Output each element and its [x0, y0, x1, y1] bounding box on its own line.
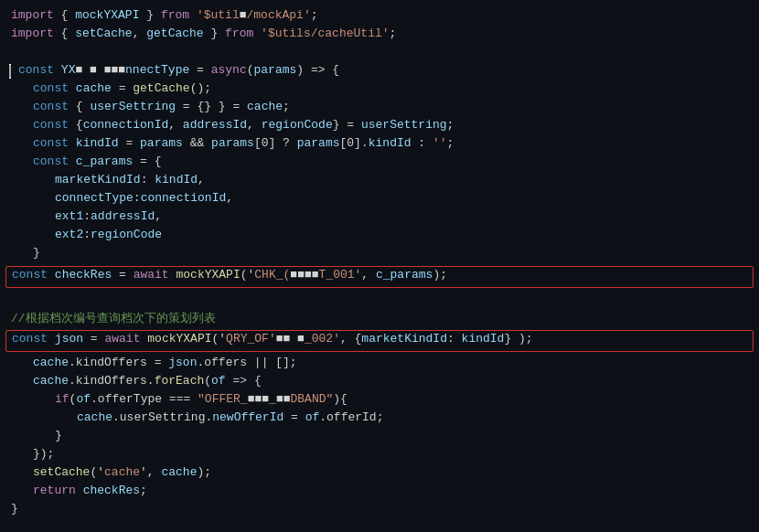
token: '' [433, 136, 447, 150]
token: of [305, 410, 320, 424]
token: => { [226, 374, 262, 388]
token: (); [190, 81, 211, 95]
token: from [161, 8, 189, 22]
token: mockYXAPI [75, 8, 139, 22]
token: ; [447, 118, 454, 132]
token: .offerId; [319, 410, 383, 424]
token: YX [61, 63, 76, 77]
token: , [155, 209, 162, 223]
code-editor: import { mockYXAPI } from '$util■/mockAp… [0, 0, 759, 532]
code-line-9: const c_params = { [0, 154, 759, 172]
token: await [134, 268, 169, 282]
token: = { [133, 154, 161, 168]
code-line-23: } [0, 428, 759, 446]
token [189, 8, 197, 22]
token [76, 484, 83, 497]
token: } [55, 429, 62, 442]
token: ){ [333, 392, 347, 406]
token: kindId [462, 332, 505, 346]
code-line-2: import { setCache , getCache } from '$ut… [0, 26, 759, 44]
token: ); [197, 465, 211, 479]
token: connectType [55, 191, 134, 205]
token: "OFFER_ [198, 392, 248, 406]
token: : [83, 228, 91, 241]
code-line-10: marketKindId : kindId , [0, 172, 759, 190]
token: nnectType [125, 63, 189, 77]
token: const [33, 81, 69, 95]
token: forEach [155, 374, 205, 388]
code-line-4: const YX■ ■ ■■■ nnectType = async ( para… [0, 62, 759, 80]
token: .kindOffers. [69, 374, 155, 388]
token: cache [247, 100, 283, 113]
token: kindId [155, 173, 198, 186]
code-line-blank [0, 44, 759, 62]
code-line-14: } [0, 245, 759, 263]
code-line-8: const kindId = params && params [0] ? pa… [0, 135, 759, 154]
token: ; [390, 27, 397, 40]
token: = [189, 63, 210, 77]
token: regionCode [91, 228, 162, 241]
token: kindId [76, 136, 119, 150]
token: T_001' [319, 268, 362, 282]
code-line-27: } [0, 501, 759, 519]
token: params [297, 136, 340, 150]
code-line-20: cache .kindOffers. forEach ( of => { [0, 373, 759, 391]
token: return [33, 484, 76, 497]
token: ( [69, 392, 77, 406]
token: = [119, 136, 140, 150]
token: params [140, 136, 183, 150]
token: cache [76, 81, 112, 95]
token: } [139, 8, 160, 22]
token: await [104, 332, 140, 346]
token: : [83, 209, 91, 223]
token: ; [311, 8, 318, 22]
code-line-24: }); [0, 446, 759, 464]
token: marketKindId [55, 173, 141, 186]
token: ext2 [55, 228, 83, 241]
token: QRY_OF' [226, 332, 276, 346]
code-line-19: cache .kindOffers = json .offers || []; [0, 355, 759, 373]
token: CHK_( [254, 268, 290, 282]
token: const [33, 118, 69, 132]
token: '$utils/cacheUtil' [261, 27, 389, 40]
token: mockYXAPI [176, 268, 240, 282]
token [54, 63, 61, 77]
token: getCache [133, 81, 189, 95]
token: params [254, 63, 297, 77]
token: } [33, 246, 40, 260]
token: && [183, 136, 211, 150]
token: /mockApi' [247, 8, 311, 22]
token: = [112, 81, 133, 95]
token [48, 332, 55, 346]
code-line-6: const { userSettring = {} } = cache ; [0, 99, 759, 117]
code-line-21: if ( of .offerType === "OFFER_■■■_■■DBAN… [0, 391, 759, 410]
token: : [412, 136, 433, 150]
token: } [11, 502, 18, 516]
token: ■ ■ ■■■ [75, 63, 125, 77]
token: kindId [369, 136, 412, 150]
token: mockYXAPI [147, 332, 211, 346]
token: ); [433, 268, 447, 282]
token: [0]. [340, 136, 369, 150]
token: cache [77, 410, 112, 424]
token: connectionId [83, 118, 169, 132]
token: of [211, 374, 226, 388]
token: ; [283, 100, 290, 113]
token: DBAND" [291, 392, 334, 406]
token: cache [33, 356, 69, 369]
token: setCache [33, 465, 90, 479]
token: regionCode [262, 118, 333, 132]
token: userSettring [90, 100, 176, 113]
token: of [76, 392, 91, 406]
token: ■■■ [248, 392, 269, 406]
token: : [141, 173, 155, 186]
token: ( [204, 374, 211, 388]
token [69, 136, 76, 150]
token: { [69, 100, 90, 113]
token: ; [447, 136, 454, 150]
token: const [33, 136, 69, 150]
token: { [69, 118, 83, 132]
token: ext1 [55, 209, 83, 223]
token: ■■■■ [290, 268, 318, 282]
code-line-12: ext1 : addressId , [0, 208, 759, 227]
